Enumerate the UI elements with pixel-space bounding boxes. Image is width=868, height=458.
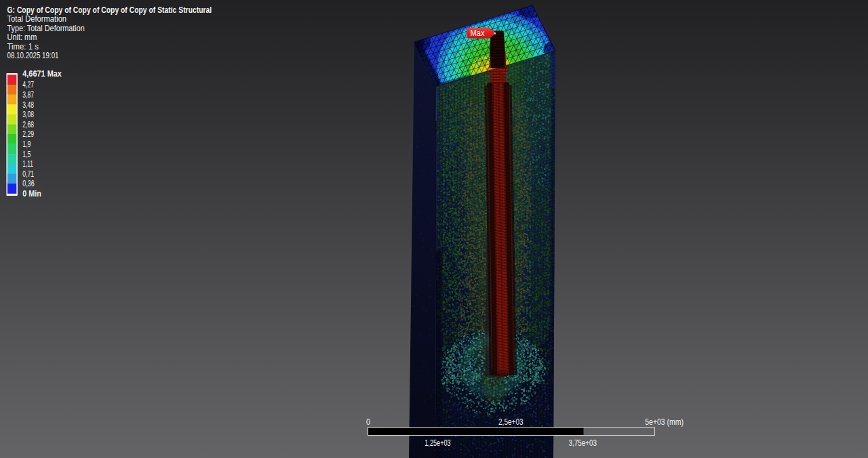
svg-text:0,36: 0,36 [22,179,35,188]
svg-text:2,5e+03: 2,5e+03 [498,417,523,426]
svg-text:3,75e+03: 3,75e+03 [569,438,597,447]
svg-text:4,27: 4,27 [22,80,34,89]
svg-text:0,71: 0,71 [22,169,34,178]
svg-text:1,9: 1,9 [22,139,31,148]
svg-text:Max: Max [471,28,485,38]
svg-text:3,08: 3,08 [22,110,34,119]
svg-text:5e+03 (mm): 5e+03 (mm) [645,417,684,426]
svg-text:G: Copy of Copy of Copy of Cop: G: Copy of Copy of Copy of Copy of Copy … [7,5,212,14]
svg-text:Time: 1 s: Time: 1 s [7,41,39,51]
svg-text:Type: Total Deformation: Type: Total Deformation [7,23,85,33]
svg-text:3,48: 3,48 [22,100,34,109]
svg-text:1,11: 1,11 [22,160,33,169]
svg-text:2,29: 2,29 [22,129,34,139]
svg-text:0: 0 [366,417,370,426]
svg-text:0 Min: 0 Min [22,188,41,199]
svg-text:1,5: 1,5 [22,149,31,159]
svg-text:1,25e+03: 1,25e+03 [425,438,450,448]
svg-text:Unit: mm: Unit: mm [7,32,37,41]
svg-text:2,68: 2,68 [22,119,34,129]
svg-text:3,87: 3,87 [22,89,34,99]
svg-text:4,6671 Max: 4,6671 Max [22,68,62,79]
svg-text:08.10.2025 19:01: 08.10.2025 19:01 [7,51,59,60]
